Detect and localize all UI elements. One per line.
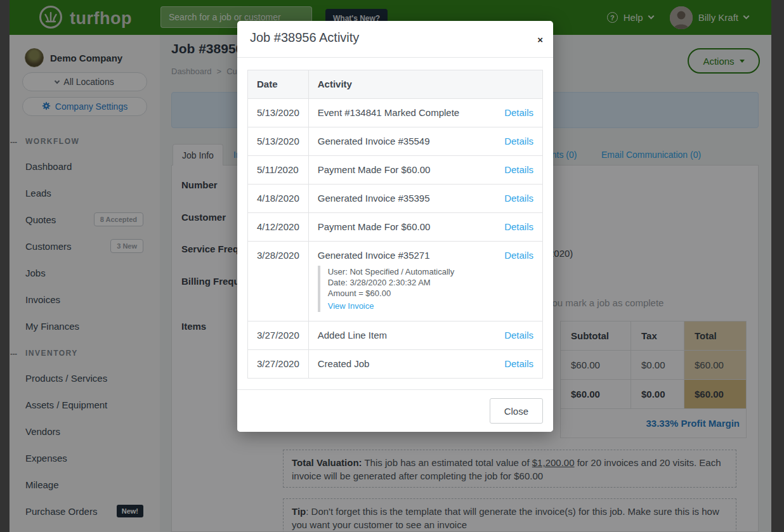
activity-detail-block: User: Not Specified / Automatically Date… (318, 266, 533, 312)
activity-row: 5/13/2020 DetailsGenerated Invoice #3554… (248, 127, 543, 156)
details-link[interactable]: Details (504, 250, 533, 261)
activity-modal: Job #38956 Activity × Date Activity 5/13… (237, 21, 553, 432)
details-link[interactable]: Details (504, 136, 533, 146)
activity-col-activity: Activity (308, 70, 542, 99)
activity-row: 4/18/2020 DetailsGenerated Invoice #3539… (248, 185, 543, 213)
details-link[interactable]: Details (504, 107, 533, 118)
view-invoice-link[interactable]: View Invoice (328, 301, 374, 311)
modal-footer: Close (237, 389, 553, 432)
details-link[interactable]: Details (504, 193, 533, 204)
activity-row: 5/11/2020 DetailsPayment Made For $60.00 (248, 156, 543, 185)
details-link[interactable]: Details (504, 221, 533, 232)
activity-col-date: Date (248, 70, 309, 99)
modal-body: Date Activity 5/13/2020 DetailsEvent #13… (237, 58, 553, 389)
modal-title: Job #38956 Activity (250, 30, 359, 44)
activity-row: 3/27/2020 DetailsAdded Line Item (248, 321, 543, 350)
close-button[interactable]: Close (490, 398, 543, 424)
activity-row: 3/27/2020 DetailsCreated Job (248, 350, 543, 379)
activity-row-expanded: 3/28/2020 Details Generated Invoice #352… (248, 242, 543, 321)
modal-header: Job #38956 Activity × (237, 21, 553, 58)
details-link[interactable]: Details (504, 164, 533, 175)
details-link[interactable]: Details (504, 358, 533, 369)
activity-table: Date Activity 5/13/2020 DetailsEvent #13… (247, 70, 543, 379)
activity-row: 5/13/2020 DetailsEvent #134841 Marked Co… (248, 99, 543, 127)
app-root: turfhop What's New? ? Help Billy Kraft (0, 0, 784, 532)
close-icon[interactable]: × (537, 34, 543, 45)
activity-row: 4/12/2020 DetailsPayment Made For $60.00 (248, 213, 543, 242)
details-link[interactable]: Details (504, 330, 533, 341)
